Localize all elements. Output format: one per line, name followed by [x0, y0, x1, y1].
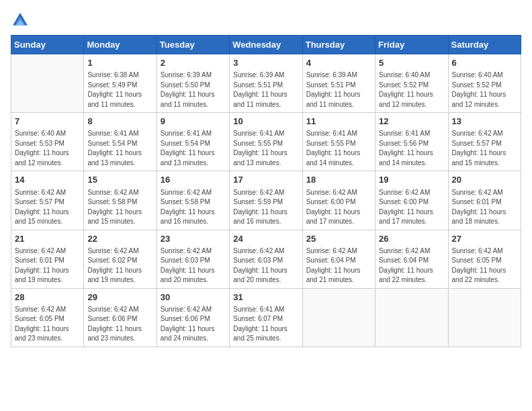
day-number: 1	[87, 57, 152, 69]
day-info: Sunrise: 6:42 AMSunset: 6:04 PMDaylight:…	[306, 246, 371, 285]
day-cell: 25Sunrise: 6:42 AMSunset: 6:04 PMDayligh…	[302, 230, 375, 288]
day-info: Sunrise: 6:42 AMSunset: 6:01 PMDaylight:…	[452, 188, 517, 227]
day-info: Sunrise: 6:41 AMSunset: 6:07 PMDaylight:…	[233, 305, 298, 344]
day-info: Sunrise: 6:42 AMSunset: 6:06 PMDaylight:…	[87, 305, 152, 344]
day-info: Sunrise: 6:42 AMSunset: 6:05 PMDaylight:…	[452, 246, 517, 285]
day-number: 14	[15, 174, 80, 186]
header-tuesday: Tuesday	[157, 36, 229, 54]
day-cell: 7Sunrise: 6:40 AMSunset: 5:53 PMDaylight…	[11, 113, 84, 171]
day-cell	[448, 288, 521, 347]
day-number: 6	[452, 57, 517, 69]
day-number: 27	[452, 233, 517, 245]
day-info: Sunrise: 6:39 AMSunset: 5:51 PMDaylight:…	[306, 71, 371, 109]
day-number: 17	[233, 174, 298, 186]
day-info: Sunrise: 6:41 AMSunset: 5:54 PMDaylight:…	[87, 129, 152, 168]
day-info: Sunrise: 6:42 AMSunset: 6:04 PMDaylight:…	[379, 246, 444, 285]
day-cell: 21Sunrise: 6:42 AMSunset: 6:01 PMDayligh…	[11, 230, 84, 288]
week-row-3: 14Sunrise: 6:42 AMSunset: 5:57 PMDayligh…	[11, 171, 521, 230]
day-info: Sunrise: 6:40 AMSunset: 5:52 PMDaylight:…	[379, 71, 444, 109]
day-info: Sunrise: 6:40 AMSunset: 5:53 PMDaylight:…	[15, 129, 80, 168]
day-cell: 15Sunrise: 6:42 AMSunset: 5:58 PMDayligh…	[84, 171, 157, 230]
day-cell: 19Sunrise: 6:42 AMSunset: 6:00 PMDayligh…	[375, 171, 448, 230]
day-number: 18	[306, 174, 371, 186]
day-cell: 9Sunrise: 6:41 AMSunset: 5:54 PMDaylight…	[157, 113, 229, 171]
week-row-5: 28Sunrise: 6:42 AMSunset: 6:05 PMDayligh…	[11, 288, 521, 347]
day-number: 21	[15, 233, 80, 245]
day-cell: 12Sunrise: 6:41 AMSunset: 5:56 PMDayligh…	[375, 113, 448, 171]
day-cell: 10Sunrise: 6:41 AMSunset: 5:55 PMDayligh…	[230, 113, 302, 171]
day-cell: 26Sunrise: 6:42 AMSunset: 6:04 PMDayligh…	[375, 230, 448, 288]
day-cell: 31Sunrise: 6:41 AMSunset: 6:07 PMDayligh…	[230, 288, 302, 347]
week-row-2: 7Sunrise: 6:40 AMSunset: 5:53 PMDaylight…	[11, 113, 521, 171]
day-cell	[11, 54, 84, 113]
day-number: 23	[161, 233, 226, 245]
week-row-4: 21Sunrise: 6:42 AMSunset: 6:01 PMDayligh…	[11, 230, 521, 288]
day-number: 10	[233, 116, 298, 128]
day-cell: 3Sunrise: 6:39 AMSunset: 5:51 PMDaylight…	[230, 54, 302, 113]
day-cell: 16Sunrise: 6:42 AMSunset: 5:58 PMDayligh…	[157, 171, 229, 230]
day-cell: 27Sunrise: 6:42 AMSunset: 6:05 PMDayligh…	[448, 230, 521, 288]
day-number: 11	[306, 116, 371, 128]
day-info: Sunrise: 6:42 AMSunset: 6:03 PMDaylight:…	[233, 246, 298, 285]
day-info: Sunrise: 6:42 AMSunset: 6:06 PMDaylight:…	[161, 305, 226, 344]
day-number: 7	[15, 116, 80, 128]
day-number: 30	[161, 291, 226, 304]
day-cell: 5Sunrise: 6:40 AMSunset: 5:52 PMDaylight…	[375, 54, 448, 113]
calendar-header: SundayMondayTuesdayWednesdayThursdayFrid…	[11, 36, 521, 54]
calendar-body: 1Sunrise: 6:38 AMSunset: 5:49 PMDaylight…	[11, 54, 521, 347]
day-info: Sunrise: 6:39 AMSunset: 5:50 PMDaylight:…	[161, 71, 226, 109]
header-sunday: Sunday	[11, 36, 84, 54]
day-info: Sunrise: 6:42 AMSunset: 5:58 PMDaylight:…	[87, 188, 152, 227]
day-number: 25	[306, 233, 371, 245]
page-header	[11, 11, 521, 30]
day-number: 8	[87, 116, 152, 128]
day-cell: 28Sunrise: 6:42 AMSunset: 6:05 PMDayligh…	[11, 288, 84, 347]
day-cell: 1Sunrise: 6:38 AMSunset: 5:49 PMDaylight…	[84, 54, 157, 113]
day-number: 24	[233, 233, 298, 245]
day-info: Sunrise: 6:42 AMSunset: 5:57 PMDaylight:…	[452, 129, 517, 168]
day-cell	[375, 288, 448, 347]
day-cell: 20Sunrise: 6:42 AMSunset: 6:01 PMDayligh…	[448, 171, 521, 230]
day-info: Sunrise: 6:42 AMSunset: 6:01 PMDaylight:…	[15, 246, 80, 285]
day-cell: 30Sunrise: 6:42 AMSunset: 6:06 PMDayligh…	[157, 288, 229, 347]
day-info: Sunrise: 6:42 AMSunset: 6:00 PMDaylight:…	[379, 188, 444, 227]
day-cell: 4Sunrise: 6:39 AMSunset: 5:51 PMDaylight…	[302, 54, 375, 113]
day-number: 15	[87, 174, 152, 186]
week-row-1: 1Sunrise: 6:38 AMSunset: 5:49 PMDaylight…	[11, 54, 521, 113]
day-number: 20	[452, 174, 517, 186]
day-cell: 23Sunrise: 6:42 AMSunset: 6:03 PMDayligh…	[157, 230, 229, 288]
day-number: 22	[87, 233, 152, 245]
day-info: Sunrise: 6:41 AMSunset: 5:55 PMDaylight:…	[233, 129, 298, 168]
day-cell: 11Sunrise: 6:41 AMSunset: 5:55 PMDayligh…	[302, 113, 375, 171]
day-info: Sunrise: 6:42 AMSunset: 6:05 PMDaylight:…	[15, 305, 80, 344]
day-cell: 6Sunrise: 6:40 AMSunset: 5:52 PMDaylight…	[448, 54, 521, 113]
day-info: Sunrise: 6:42 AMSunset: 6:00 PMDaylight:…	[306, 188, 371, 227]
day-cell: 29Sunrise: 6:42 AMSunset: 6:06 PMDayligh…	[84, 288, 157, 347]
day-number: 3	[233, 57, 298, 69]
day-number: 28	[15, 291, 80, 304]
day-info: Sunrise: 6:41 AMSunset: 5:54 PMDaylight:…	[161, 129, 226, 168]
day-cell: 2Sunrise: 6:39 AMSunset: 5:50 PMDaylight…	[157, 54, 229, 113]
day-info: Sunrise: 6:42 AMSunset: 6:02 PMDaylight:…	[87, 246, 152, 285]
day-number: 12	[379, 116, 444, 128]
day-number: 31	[233, 291, 298, 304]
day-cell: 18Sunrise: 6:42 AMSunset: 6:00 PMDayligh…	[302, 171, 375, 230]
day-info: Sunrise: 6:40 AMSunset: 5:52 PMDaylight:…	[452, 71, 517, 109]
day-number: 9	[161, 116, 226, 128]
day-number: 19	[379, 174, 444, 186]
day-number: 5	[379, 57, 444, 69]
day-cell	[302, 288, 375, 347]
header-row: SundayMondayTuesdayWednesdayThursdayFrid…	[11, 36, 521, 54]
day-number: 16	[161, 174, 226, 186]
day-info: Sunrise: 6:42 AMSunset: 6:03 PMDaylight:…	[161, 246, 226, 285]
day-info: Sunrise: 6:41 AMSunset: 5:56 PMDaylight:…	[379, 129, 444, 168]
logo-icon	[11, 11, 30, 30]
day-info: Sunrise: 6:38 AMSunset: 5:49 PMDaylight:…	[87, 71, 152, 109]
header-friday: Friday	[375, 36, 448, 54]
day-cell: 8Sunrise: 6:41 AMSunset: 5:54 PMDaylight…	[84, 113, 157, 171]
day-cell: 14Sunrise: 6:42 AMSunset: 5:57 PMDayligh…	[11, 171, 84, 230]
day-cell: 22Sunrise: 6:42 AMSunset: 6:02 PMDayligh…	[84, 230, 157, 288]
day-number: 4	[306, 57, 371, 69]
day-info: Sunrise: 6:39 AMSunset: 5:51 PMDaylight:…	[233, 71, 298, 109]
day-cell: 24Sunrise: 6:42 AMSunset: 6:03 PMDayligh…	[230, 230, 302, 288]
